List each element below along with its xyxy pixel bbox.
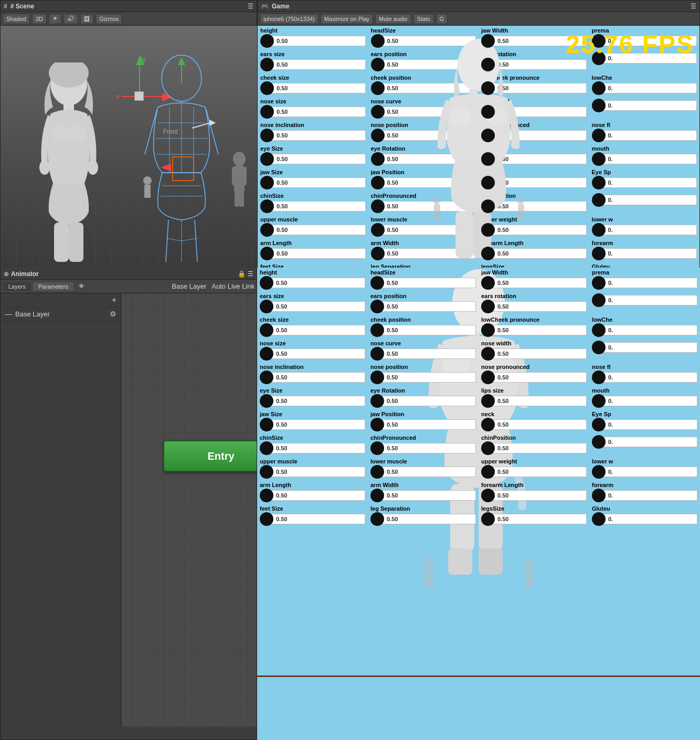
bottom-slider-dot-29[interactable] [370, 441, 384, 455]
bottom-slider-track-35[interactable]: 0. [601, 467, 697, 477]
bottom-slider-track-7[interactable]: 0. [601, 295, 697, 305]
slider-dot-21[interactable] [371, 152, 385, 166]
slider-track-31[interactable]: 0. [601, 195, 697, 205]
bottom-slider-dot-38[interactable] [481, 489, 495, 502]
base-layer-row[interactable]: — Base Layer ⚙ [1, 308, 121, 321]
slider-track-4[interactable]: 0.50 [270, 59, 366, 70]
game-menu-icon[interactable]: ☰ [691, 3, 696, 10]
bottom-slider-dot-34[interactable] [481, 465, 495, 479]
bottom-slider-track-28[interactable]: 0.50 [269, 443, 365, 453]
bottom-slider-dot-20[interactable] [260, 394, 273, 408]
slider-track-24[interactable]: 0.50 [270, 177, 366, 188]
bottom-slider-track-27[interactable]: 0. [601, 419, 697, 430]
slider-track-32[interactable]: 0.50 [270, 225, 366, 235]
scene-menu-icon[interactable]: ☰ [248, 3, 253, 10]
bottom-slider-track-16[interactable]: 0.50 [269, 372, 365, 383]
slider-track-12[interactable]: 0.50 [270, 107, 366, 117]
device-dropdown[interactable]: iphone6 (750x1334) [260, 14, 319, 24]
slider-dot-8[interactable] [260, 81, 274, 95]
bottom-slider-track-5[interactable]: 0.50 [380, 301, 476, 312]
slider-dot-29[interactable] [371, 199, 385, 213]
slider-dot-31[interactable] [592, 193, 606, 207]
slider-track-15[interactable]: 0. [601, 100, 697, 111]
bottom-slider-track-6[interactable]: 0.50 [491, 301, 587, 312]
slider-dot-5[interactable] [371, 58, 385, 71]
maximize-btn[interactable]: Maximize on Play [321, 14, 373, 24]
bottom-slider-dot-30[interactable] [481, 441, 495, 455]
bottom-slider-dot-4[interactable] [260, 300, 273, 313]
eye-icon[interactable]: 👁 [75, 282, 88, 290]
slider-dot-36[interactable] [260, 247, 274, 260]
bottom-slider-dot-26[interactable] [481, 418, 495, 431]
slider-dot-19[interactable] [592, 129, 606, 142]
bottom-slider-track-30[interactable]: 0.50 [491, 443, 587, 453]
bottom-slider-dot-14[interactable] [481, 347, 495, 361]
bottom-slider-track-38[interactable]: 0.50 [491, 490, 587, 501]
bottom-slider-dot-17[interactable] [370, 371, 384, 384]
bottom-slider-track-3[interactable]: 0. [601, 278, 697, 288]
bottom-slider-dot-24[interactable] [260, 418, 273, 431]
sound-icon[interactable]: 🔊 [63, 14, 78, 24]
slider-dot-10[interactable] [481, 81, 495, 95]
2d-button[interactable]: 2D [32, 14, 47, 24]
anim-menu-icon[interactable]: ☰ [248, 270, 253, 278]
bottom-slider-dot-35[interactable] [592, 465, 606, 479]
gear-icon[interactable]: ⚙ [110, 310, 116, 318]
bottom-slider-track-18[interactable]: 0.50 [491, 372, 587, 383]
bottom-slider-track-42[interactable]: 0.50 [491, 514, 587, 524]
bottom-slider-dot-42[interactable] [481, 512, 495, 526]
bottom-slider-track-24[interactable]: 0.50 [269, 419, 365, 430]
bottom-slider-dot-8[interactable] [260, 323, 273, 337]
slider-dot-18[interactable] [481, 129, 495, 142]
slider-dot-14[interactable] [481, 105, 495, 119]
bottom-slider-track-43[interactable]: 0. [601, 514, 697, 524]
slider-dot-34[interactable] [481, 223, 495, 237]
bottom-slider-dot-36[interactable] [260, 489, 273, 502]
slider-dot-25[interactable] [371, 176, 385, 189]
bottom-slider-dot-37[interactable] [370, 489, 384, 502]
slider-dot-6[interactable] [481, 58, 495, 71]
slider-dot-32[interactable] [260, 223, 274, 237]
bottom-slider-track-40[interactable]: 0.50 [269, 514, 365, 524]
bottom-slider-dot-11[interactable] [592, 323, 606, 337]
bottom-slider-track-11[interactable]: 0. [601, 325, 697, 335]
slider-dot-11[interactable] [592, 81, 606, 95]
bottom-slider-dot-9[interactable] [370, 323, 384, 337]
slider-track-11[interactable]: 0. [601, 83, 697, 93]
bottom-slider-dot-41[interactable] [370, 512, 384, 526]
bottom-slider-dot-5[interactable] [370, 300, 384, 313]
slider-dot-1[interactable] [371, 34, 385, 48]
bottom-slider-track-0[interactable]: 0.50 [269, 278, 365, 288]
bottom-slider-track-25[interactable]: 0.50 [380, 419, 476, 430]
bottom-slider-dot-28[interactable] [260, 441, 273, 455]
bottom-slider-dot-10[interactable] [481, 323, 495, 337]
bottom-slider-track-33[interactable]: 0.50 [380, 467, 476, 477]
slider-dot-37[interactable] [371, 247, 385, 260]
bottom-slider-dot-15[interactable] [592, 341, 606, 354]
bottom-slider-dot-40[interactable] [260, 512, 273, 526]
g-btn[interactable]: G [436, 14, 448, 24]
layers-tab[interactable]: Layers [3, 282, 31, 291]
bottom-slider-dot-13[interactable] [370, 347, 384, 361]
bottom-slider-dot-21[interactable] [370, 394, 384, 408]
bottom-slider-track-12[interactable]: 0.50 [269, 348, 365, 359]
bottom-slider-track-32[interactable]: 0.50 [269, 467, 365, 477]
parameters-tab[interactable]: Parameters [33, 282, 74, 291]
slider-dot-24[interactable] [260, 176, 274, 189]
bottom-slider-track-14[interactable]: 0.50 [491, 348, 587, 359]
bottom-slider-track-34[interactable]: 0.50 [491, 467, 587, 477]
slider-track-8[interactable]: 0.50 [270, 83, 366, 93]
slider-dot-28[interactable] [260, 199, 274, 213]
slider-track-28[interactable]: 0.50 [270, 201, 366, 212]
bottom-slider-dot-33[interactable] [370, 465, 384, 479]
image-icon[interactable]: 🖼 [80, 14, 93, 24]
bottom-slider-dot-22[interactable] [481, 394, 495, 408]
bottom-slider-track-31[interactable]: 0. [601, 437, 697, 447]
bottom-slider-dot-12[interactable] [260, 347, 273, 361]
bottom-slider-dot-16[interactable] [260, 371, 273, 384]
auto-live-link[interactable]: Auto Live Link [211, 282, 254, 290]
bottom-slider-track-36[interactable]: 0.50 [269, 490, 365, 501]
gizmos-btn[interactable]: Gizmos [96, 14, 122, 24]
bottom-slider-track-37[interactable]: 0.50 [380, 490, 476, 501]
slider-track-16[interactable]: 0.50 [270, 130, 366, 141]
